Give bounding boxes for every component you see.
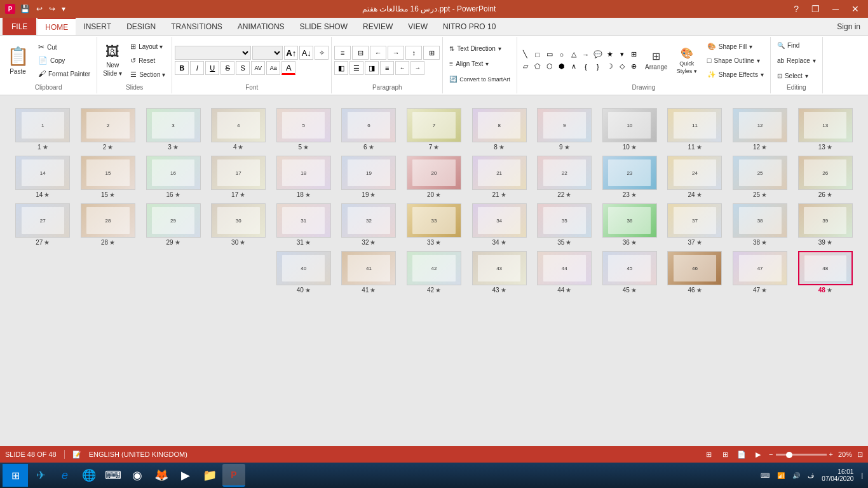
slide-item-26[interactable]: 26★26 (795, 156, 855, 198)
tab-design[interactable]: DESIGN (119, 18, 163, 35)
tab-view[interactable]: VIEW (400, 18, 435, 35)
cut-button[interactable]: ✂Cut (34, 41, 94, 53)
slide-star-11[interactable]: ★ (696, 144, 702, 151)
shape-b4[interactable]: ⬢ (556, 61, 567, 72)
slide-item-3[interactable]: 3★3 (143, 108, 203, 151)
slide-item-30[interactable]: 30★30 (208, 203, 269, 246)
char-spacing-btn[interactable]: AV (251, 61, 265, 75)
slide-item-46[interactable]: 46★46 (665, 251, 725, 294)
shape-b6[interactable]: { (580, 61, 592, 72)
slide-star-5[interactable]: ★ (303, 144, 309, 151)
slide-star-25[interactable]: ★ (761, 191, 767, 198)
zoom-slider-track[interactable] (776, 454, 827, 456)
slide-star-30[interactable]: ★ (240, 239, 245, 246)
quick-styles-button[interactable]: 🎨 Quick Styles ▾ (673, 40, 701, 81)
slide-item-19[interactable]: 19★19 (339, 156, 399, 198)
shape-effects-button[interactable]: ✨Shape Effects▾ (703, 68, 768, 81)
shape-b1[interactable]: ▱ (520, 61, 531, 72)
slide-star-47[interactable]: ★ (761, 287, 767, 294)
bullets-btn[interactable]: ≡ (334, 46, 351, 60)
slide-item-21[interactable]: 21★21 (469, 156, 529, 198)
slide-star-4[interactable]: ★ (238, 144, 243, 151)
slide-star-18[interactable]: ★ (305, 191, 311, 198)
slide-item-41[interactable]: 41★41 (339, 251, 399, 294)
slide-item-10[interactable]: 10★10 (600, 108, 660, 151)
slide-item-35[interactable]: 35★35 (534, 203, 595, 246)
paste-button[interactable]: 📋 Paste (3, 40, 33, 81)
slide-star-45[interactable]: ★ (631, 287, 637, 294)
slide-star-31[interactable]: ★ (305, 239, 311, 246)
minimize-button[interactable]: ─ (829, 3, 843, 15)
shape-callout[interactable]: 💬 (592, 49, 604, 60)
slide-item-42[interactable]: 42★42 (404, 251, 465, 294)
slide-star-22[interactable]: ★ (566, 191, 571, 198)
replace-button[interactable]: abReplace▾ (773, 53, 820, 67)
slide-item-38[interactable]: 38★38 (730, 203, 790, 246)
align-text-button[interactable]: ≡Align Text▾ (445, 57, 514, 71)
undo-btn[interactable]: ↩ (34, 3, 45, 15)
font-size-select[interactable] (252, 46, 283, 60)
tab-review[interactable]: REVIEW (355, 18, 400, 35)
slide-star-17[interactable]: ★ (240, 191, 245, 198)
reset-button[interactable]: ↺Reset (126, 54, 169, 67)
copy-button[interactable]: 📄Copy (34, 54, 94, 67)
slide-item-28[interactable]: 28★28 (78, 203, 139, 246)
slide-star-35[interactable]: ★ (566, 239, 571, 246)
slide-star-14[interactable]: ★ (44, 191, 50, 198)
font-name-select[interactable] (175, 46, 251, 60)
slide-star-21[interactable]: ★ (501, 191, 506, 198)
shape-arrow[interactable]: → (580, 49, 592, 60)
taskbar-keyboard[interactable]: ⌨ (102, 464, 125, 487)
slide-item-31[interactable]: 31★31 (273, 203, 334, 246)
slide-star-44[interactable]: ★ (566, 287, 571, 294)
slide-star-26[interactable]: ★ (827, 191, 832, 198)
shape-b5[interactable]: ∧ (568, 61, 580, 72)
slide-item-2[interactable]: 2★2 (78, 108, 139, 151)
slide-star-23[interactable]: ★ (631, 191, 637, 198)
tab-insert[interactable]: INSERT (76, 18, 119, 35)
ltr-btn[interactable]: → (410, 61, 424, 75)
shape-rect[interactable]: □ (532, 49, 543, 60)
shape-fill-button[interactable]: 🎨Shape Fill▾ (703, 40, 768, 53)
change-case-btn[interactable]: Aa (266, 61, 280, 75)
show-desktop-btn[interactable]: | (858, 471, 865, 480)
slide-item-44[interactable]: 44★44 (534, 251, 595, 294)
tab-slideshow[interactable]: SLIDE SHOW (292, 18, 355, 35)
taskbar-chrome[interactable]: ◉ (126, 464, 149, 487)
decrease-indent-btn[interactable]: ← (370, 46, 386, 60)
bold-btn[interactable]: B (175, 61, 189, 75)
restore-button[interactable]: ❐ (808, 3, 824, 15)
shape-extra[interactable]: ⊞ (628, 49, 640, 60)
slide-item-45[interactable]: 45★45 (600, 251, 660, 294)
columns-btn[interactable]: ⊞ (423, 46, 440, 60)
slide-star-2[interactable]: ★ (107, 144, 113, 151)
shape-b3[interactable]: ⬡ (544, 61, 555, 72)
slide-item-37[interactable]: 37★37 (665, 203, 725, 246)
slide-item-40[interactable]: 40★40 (273, 251, 334, 294)
slide-star-34[interactable]: ★ (501, 239, 506, 246)
underline-btn[interactable]: U (205, 61, 219, 75)
layout-button[interactable]: ⊞Layout ▾ (126, 40, 169, 53)
slide-star-19[interactable]: ★ (370, 191, 376, 198)
slide-item-9[interactable]: 9★9 (534, 108, 595, 151)
justify-btn[interactable]: ≡ (380, 61, 394, 75)
shape-oval[interactable]: ○ (556, 49, 567, 60)
section-button[interactable]: ☰Section ▾ (126, 68, 169, 81)
slide-star-38[interactable]: ★ (761, 239, 767, 246)
slide-item-7[interactable]: 7★7 (404, 108, 465, 151)
shape-round-rect[interactable]: ▭ (544, 49, 555, 60)
slide-star-8[interactable]: ★ (499, 144, 505, 151)
slide-star-24[interactable]: ★ (696, 191, 702, 198)
slide-star-48[interactable]: ★ (827, 287, 832, 294)
align-left-btn[interactable]: ◧ (334, 61, 348, 75)
slide-item-29[interactable]: 29★29 (143, 203, 203, 246)
strikethrough-btn[interactable]: S (220, 61, 234, 75)
tab-home[interactable]: HOME (37, 18, 76, 35)
sign-in-button[interactable]: Sign in (829, 20, 868, 34)
slide-star-39[interactable]: ★ (827, 239, 832, 246)
taskbar-powerpoint[interactable]: P (222, 464, 245, 487)
slide-item-8[interactable]: 8★8 (469, 108, 529, 151)
slide-item-39[interactable]: 39★39 (795, 203, 855, 246)
tray-keyboard[interactable]: ⌨ (758, 471, 772, 480)
zoom-slider-thumb[interactable] (786, 452, 792, 458)
